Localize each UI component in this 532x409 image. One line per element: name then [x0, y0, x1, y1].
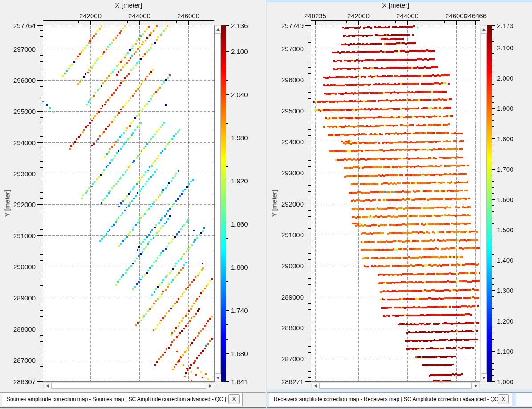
y-axis-tick-label: 293000 [281, 169, 304, 176]
y-axis-tick-label: 290000 [13, 263, 36, 271]
sources-v-scroll-up-button[interactable] [215, 26, 221, 33]
sources-tab-close-button[interactable]: X [228, 394, 240, 404]
y-axis-edge-label: 286271 [281, 378, 304, 385]
y-axis-tick-label: 295000 [13, 107, 36, 115]
colorbar-tick-label: 1.000 [497, 378, 514, 385]
receivers-tab-close-button[interactable]: X [498, 394, 509, 404]
receivers-v-scroll-thumb[interactable] [481, 33, 487, 374]
colorbar-tick-label: 1.680 [231, 349, 248, 357]
sources-h-scroll-right-button[interactable] [207, 383, 214, 389]
colorbar-tick-label: 1.600 [497, 195, 514, 203]
receivers-v-scroll-up-button[interactable] [481, 26, 487, 33]
colorbar-tick-label: 1.500 [497, 226, 514, 233]
next-tab-stub[interactable] [516, 392, 532, 406]
y-axis-title: Y [meter] [4, 190, 11, 217]
y-axis-tick-label: 296000 [13, 77, 36, 84]
sources-h-scrollbar[interactable] [43, 382, 214, 389]
sources-v-scrollbar[interactable] [215, 25, 221, 382]
y-axis-tick-label: 297000 [281, 45, 304, 53]
colorbar-tick-label: 2.040 [231, 91, 248, 98]
receivers-v-scrollbar[interactable] [480, 25, 487, 382]
right-arrow-icon [209, 384, 211, 388]
y-axis-tick-label: 296000 [281, 76, 304, 83]
y-axis-tick-label: 297000 [13, 45, 36, 53]
y-axis-tick-label: 291000 [281, 231, 304, 239]
receivers-tab-bar: Receivers amplitude correction map - Rec… [267, 389, 532, 409]
y-axis-tick-label: 289000 [13, 294, 36, 301]
y-axis-tick-label: 287000 [281, 355, 304, 363]
receivers-plot-canvas[interactable] [267, 0, 532, 389]
colorbar-tick-label: 1.300 [497, 287, 514, 294]
receivers-v-scroll-down-button[interactable] [481, 374, 487, 381]
receivers-h-scrollbar[interactable] [311, 382, 480, 389]
colorbar-tick-label: 1.740 [231, 307, 248, 314]
colorbar-tick-label: 1.200 [497, 317, 514, 324]
sources-tab-label: Sources amplitude correction map - Sourc… [7, 393, 226, 406]
receivers-tab[interactable]: Receivers amplitude correction map - Rec… [269, 392, 512, 406]
left-arrow-icon [314, 384, 317, 388]
right-arrow-icon [475, 384, 477, 388]
sources-v-scroll-down-button[interactable] [215, 374, 221, 381]
colorbar-tick-label: 1.900 [497, 105, 514, 112]
application-root: X [meter] Y [meter] 24200024400024600029… [0, 0, 532, 409]
colorbar-tick-label: 1.980 [231, 134, 248, 142]
y-axis-tick-label: 288000 [281, 324, 304, 332]
colorbar-tick-label: 2.000 [497, 74, 514, 81]
x-axis-tick-label: 244000 [396, 12, 418, 20]
y-axis-edge-label: 286307 [13, 378, 36, 385]
x-axis-edge-label: 246466 [464, 12, 487, 20]
x-axis-title: X [meter] [382, 1, 410, 9]
sources-h-scroll-left-button[interactable] [44, 383, 51, 389]
y-axis-edge-label: 297749 [281, 22, 304, 29]
receivers-map-window: X [meter] Y [meter] 24200024400024600024… [267, 0, 532, 409]
y-axis-edge-label: 297764 [13, 22, 36, 29]
x-axis-title: X [meter] [115, 1, 142, 9]
down-arrow-icon [216, 377, 220, 379]
y-axis-tick-label: 292000 [13, 201, 36, 208]
colorbar-tick-label: 1.800 [497, 135, 514, 142]
sources-plot-canvas[interactable] [0, 0, 266, 389]
colorbar-tick-label: 2.136 [231, 22, 248, 29]
receivers-h-scroll-left-button[interactable] [312, 383, 319, 389]
y-axis-tick-label: 294000 [13, 138, 36, 146]
receivers-h-scroll-right-button[interactable] [472, 383, 479, 389]
colorbar-tick-label: 1.700 [497, 165, 514, 173]
colorbar-tick-label: 1.800 [231, 263, 248, 271]
y-axis-tick-label: 294000 [281, 138, 304, 146]
colorbar-tick-label: 1.641 [231, 378, 248, 385]
y-axis-tick-label: 293000 [13, 170, 36, 177]
sources-h-scroll-thumb[interactable] [51, 383, 206, 389]
x-axis-tick-label: 244000 [128, 12, 150, 20]
receivers-h-scroll-thumb[interactable] [319, 383, 472, 389]
colorbar-tick-label: 1.400 [497, 256, 514, 264]
y-axis-tick-label: 290000 [281, 262, 304, 270]
colorbar-tick-label: 2.173 [497, 22, 514, 29]
up-arrow-icon [482, 28, 486, 31]
y-axis-tick-label: 295000 [281, 107, 304, 114]
y-axis-tick-label: 292000 [281, 200, 304, 207]
sources-tab[interactable]: Sources amplitude correction map - Sourc… [2, 392, 243, 406]
up-arrow-icon [216, 28, 220, 31]
x-axis-edge-label: 240235 [304, 12, 326, 20]
left-arrow-icon [46, 384, 49, 388]
sources-map-window: X [meter] Y [meter] 24200024400024600029… [0, 0, 266, 409]
sources-v-scroll-thumb[interactable] [215, 33, 221, 374]
y-axis-tick-label: 288000 [13, 325, 36, 332]
colorbar-tick-label: 1.860 [231, 220, 248, 228]
down-arrow-icon [482, 377, 486, 379]
receivers-tab-label: Receivers amplitude correction map - Rec… [274, 393, 502, 406]
y-axis-title: Y [meter] [271, 190, 278, 217]
x-axis-tick-label: 246000 [177, 12, 199, 20]
colorbar-tick-label: 1.100 [497, 347, 514, 355]
x-axis-tick-label: 242000 [347, 12, 370, 20]
x-axis-tick-label: 242000 [79, 12, 102, 20]
y-axis-tick-label: 289000 [281, 293, 304, 300]
y-axis-tick-label: 291000 [13, 232, 36, 239]
colorbar-tick-label: 2.100 [231, 48, 248, 55]
colorbar-tick-label: 2.100 [497, 44, 514, 51]
sources-tab-bar: Sources amplitude correction map - Sourc… [0, 389, 266, 409]
colorbar-tick-label: 1.920 [231, 177, 248, 185]
y-axis-tick-label: 287000 [13, 356, 36, 364]
